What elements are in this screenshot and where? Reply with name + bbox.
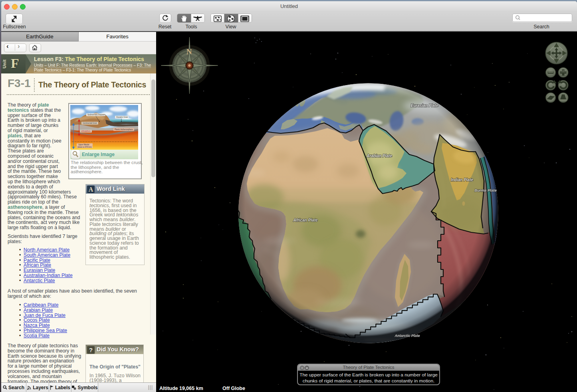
svg-text:Arabian Plate: Arabian Plate (366, 154, 392, 158)
svg-text:(down to 670 km): (down to 670 km) (77, 146, 92, 148)
svg-text:Lithosphere: Lithosphere (81, 130, 91, 132)
svg-text:Antarctic Plate: Antarctic Plate (394, 334, 420, 338)
svg-text:Sedimentary Deposits: Sedimentary Deposits (87, 114, 106, 116)
svg-text:African Plate: African Plate (293, 218, 318, 222)
svg-text:Oceanic Crust: Oceanic Crust (116, 116, 128, 118)
svg-text:Plastic Asthenosphere: Plastic Asthenosphere (115, 129, 133, 131)
svg-text:Burma Plate: Burma Plate (474, 188, 497, 192)
svg-text:Continental Crust: Continental Crust (83, 122, 97, 124)
svg-text:Upper Mantle: Upper Mantle (78, 144, 89, 146)
svg-text:Eurasian Plate: Eurasian Plate (411, 103, 438, 108)
svg-text:Indian Plate: Indian Plate (451, 178, 474, 182)
svg-text:N: N (186, 48, 192, 56)
